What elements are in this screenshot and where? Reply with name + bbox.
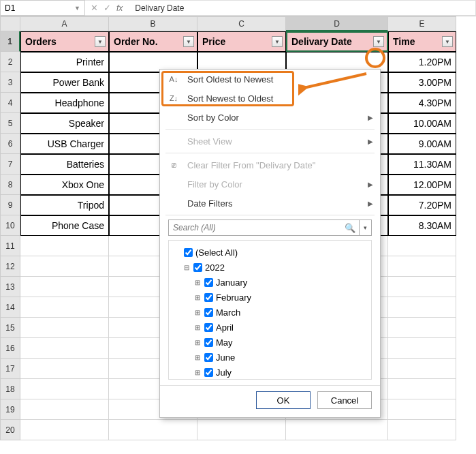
ok-button[interactable]: OK (256, 391, 311, 409)
cell-A1[interactable]: Orders▼ (20, 31, 109, 52)
cell[interactable] (388, 379, 456, 399)
checkbox-month[interactable] (204, 308, 213, 317)
cell[interactable] (197, 420, 286, 440)
checkbox-month[interactable] (204, 353, 213, 362)
expand-icon[interactable]: ⊞ (193, 309, 202, 316)
cell[interactable] (20, 318, 109, 338)
cell[interactable] (388, 256, 456, 277)
cell[interactable] (20, 256, 109, 277)
cell[interactable] (286, 420, 388, 440)
checkbox-month[interactable] (204, 368, 213, 377)
row-header[interactable]: 9 (0, 195, 20, 215)
fx-icon[interactable]: fx (116, 3, 123, 13)
cell[interactable] (388, 297, 456, 318)
cell[interactable]: 3.00PM (388, 72, 456, 93)
cell[interactable]: 4.30PM (388, 93, 456, 113)
cell[interactable]: Xbox One (20, 175, 109, 195)
tree-month[interactable]: ⊞July (173, 365, 367, 380)
cell[interactable] (388, 338, 456, 359)
expand-icon[interactable]: ⊞ (193, 339, 202, 346)
cell[interactable] (388, 318, 456, 338)
tree-month[interactable]: ⊞June (173, 350, 367, 365)
row-header[interactable]: 17 (0, 359, 20, 379)
tree-month[interactable]: ⊞March (173, 305, 367, 320)
cell[interactable] (20, 297, 109, 318)
cell[interactable] (20, 338, 109, 359)
menu-date-filters[interactable]: Date Filters ▶ (160, 194, 380, 213)
row-header[interactable]: 20 (0, 420, 20, 440)
tree-month[interactable]: ⊞April (173, 320, 367, 335)
cell-B1[interactable]: Order No.▼ (109, 31, 197, 52)
column-header-A[interactable]: A (20, 16, 109, 31)
name-box[interactable]: D1 ▼ (0, 0, 85, 16)
row-header[interactable]: 5 (0, 113, 20, 134)
expand-icon[interactable]: ⊞ (193, 354, 202, 361)
cell[interactable] (388, 420, 456, 440)
tree-year-2022[interactable]: ⊟2022 (173, 260, 367, 275)
row-header[interactable]: 12 (0, 256, 20, 277)
formula-bar-value[interactable]: Delivary Date (135, 3, 184, 13)
cell[interactable]: Tripod (20, 195, 109, 215)
row-header[interactable]: 6 (0, 134, 20, 154)
cell[interactable] (388, 399, 456, 420)
column-header-B[interactable]: B (109, 16, 197, 31)
column-header-E[interactable]: E (388, 16, 456, 31)
search-dropdown-toggle[interactable]: ▾ (360, 220, 372, 236)
chevron-down-icon[interactable]: ▼ (74, 5, 80, 12)
cell[interactable]: 8.30AM (388, 215, 456, 236)
expand-icon[interactable]: ⊞ (193, 294, 202, 301)
cell[interactable]: Batteries (20, 154, 109, 175)
tree-select-all[interactable]: (Select All) (173, 245, 367, 260)
tree-month[interactable]: ⊞January (173, 275, 367, 290)
select-all-triangle[interactable] (0, 16, 20, 31)
cell[interactable]: Printer (20, 52, 109, 72)
filter-search-input[interactable] (168, 220, 360, 236)
row-header[interactable]: 3 (0, 72, 20, 93)
checkbox-2022[interactable] (193, 263, 202, 272)
cell-D1[interactable]: Delivary Date▼ (286, 31, 388, 52)
row-header[interactable]: 18 (0, 379, 20, 399)
collapse-icon[interactable]: ⊟ (183, 264, 191, 271)
row-header[interactable]: 4 (0, 93, 20, 113)
row-header[interactable]: 14 (0, 297, 20, 318)
row-header-1[interactable]: 1 (0, 31, 20, 52)
column-header-C[interactable]: C (197, 16, 286, 31)
filter-values-tree[interactable]: (Select All) ⊟2022 ⊞January⊞February⊞Mar… (168, 240, 372, 380)
cell[interactable]: Phone Case (20, 215, 109, 236)
checkbox-month[interactable] (204, 293, 213, 302)
cell[interactable] (20, 359, 109, 379)
row-header[interactable]: 19 (0, 399, 20, 420)
menu-sort-by-color[interactable]: Sort by Color ▶ (160, 108, 380, 127)
row-header[interactable]: 16 (0, 338, 20, 359)
cell[interactable] (20, 236, 109, 256)
expand-icon[interactable]: ⊞ (193, 324, 202, 331)
cell[interactable] (20, 420, 109, 440)
cell-E1[interactable]: Time▼ (388, 31, 456, 52)
row-header[interactable]: 13 (0, 277, 20, 297)
menu-sort-oldest-newest[interactable]: A↓ Sort Oldest to Newest (160, 70, 380, 89)
cell[interactable]: 11.30AM (388, 154, 456, 175)
cell-C1[interactable]: Price▼ (197, 31, 286, 52)
cell[interactable] (388, 236, 456, 256)
expand-icon[interactable]: ⊞ (193, 369, 202, 376)
cell[interactable]: USB Charger (20, 134, 109, 154)
row-header[interactable]: 11 (0, 236, 20, 256)
tree-month[interactable]: ⊞February (173, 290, 367, 305)
cell[interactable]: 9.00AM (388, 134, 456, 154)
row-header[interactable]: 15 (0, 318, 20, 338)
cell[interactable]: 1.20PM (388, 52, 456, 72)
filter-toggle-A[interactable]: ▼ (95, 36, 106, 47)
cell[interactable]: 10.00AM (388, 113, 456, 134)
checkbox-month[interactable] (204, 278, 213, 287)
column-header-D[interactable]: D (286, 16, 388, 31)
tree-month[interactable]: ⊞May (173, 335, 367, 350)
row-header[interactable]: 8 (0, 175, 20, 195)
filter-toggle-E[interactable]: ▼ (442, 36, 453, 47)
cell[interactable] (388, 277, 456, 297)
expand-icon[interactable]: ⊞ (193, 279, 202, 286)
menu-sort-newest-oldest[interactable]: Z↓ Sort Newest to Oldest (160, 89, 380, 108)
cell[interactable]: Headphone (20, 93, 109, 113)
cell[interactable] (388, 359, 456, 379)
cell[interactable]: Speaker (20, 113, 109, 134)
cell[interactable]: 7.20PM (388, 195, 456, 215)
